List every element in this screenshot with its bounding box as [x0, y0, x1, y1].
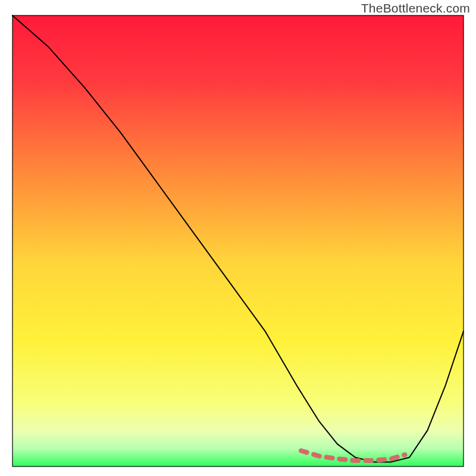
bottleneck-chart — [0, 0, 476, 476]
chart-container: TheBottleneck.com — [0, 0, 476, 476]
